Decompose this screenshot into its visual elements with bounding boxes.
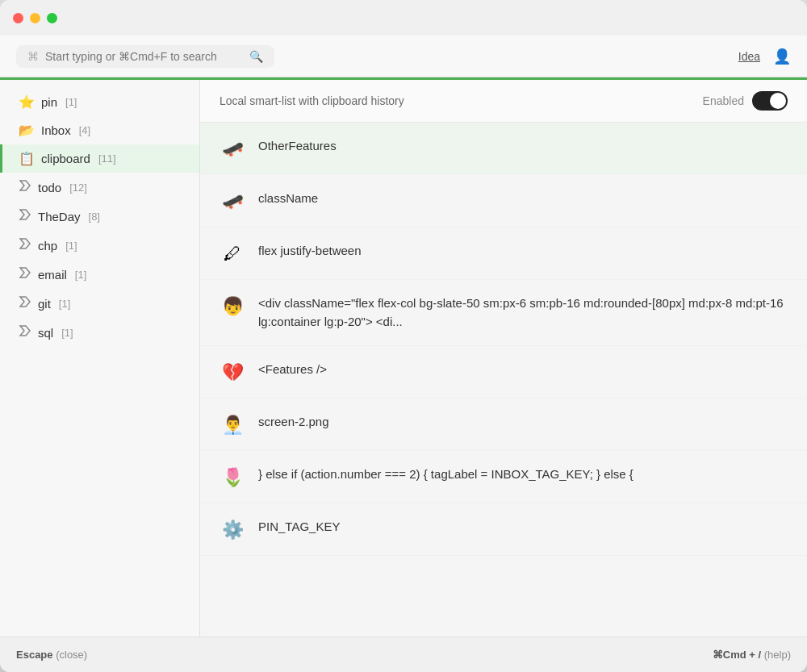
footer-right: ⌘Cmd + / (help) [713,649,791,661]
content-description: Local smart-list with clipboard history [220,94,404,107]
clipboard-icon: 📋 [19,151,35,166]
close-button[interactable] [13,13,23,23]
pin-count: [1] [65,96,77,108]
item-emoji-2: 🖊 [220,244,245,265]
theday-label: TheDay [38,210,81,223]
item-emoji-4: 💔 [220,362,245,383]
pin-label: pin [41,95,57,109]
item-emoji-0: 🛹 [220,139,245,160]
close-desc: (close) [56,649,87,661]
clipboard-count: [11] [98,152,116,165]
pin-icon: ⭐ [19,94,35,110]
inbox-label: Inbox [41,123,71,137]
sql-icon [19,324,31,340]
item-text-3: <div className="flex flex-col bg-slate-5… [258,294,788,331]
sql-count: [1] [61,327,73,339]
chp-count: [1] [65,240,77,252]
inbox-count: [4] [79,124,90,136]
item-emoji-6: 🌷 [220,467,245,488]
search-icon: ⌘ [27,50,39,63]
content: Local smart-list with clipboard history … [200,80,807,637]
help-key: ⌘Cmd + / [713,649,761,661]
item-text-4: <Features /> [258,361,788,379]
item-emoji-7: ⚙️ [220,520,245,541]
git-count: [1] [59,298,70,310]
git-icon [19,295,31,311]
item-text-6: } else if (action.number === 2) { tagLab… [258,465,788,484]
search-area[interactable]: ⌘ 🔍 [16,45,274,68]
search-magnifier-icon: 🔍 [249,50,263,63]
traffic-lights [13,13,57,23]
clipboard-label: clipboard [41,152,90,165]
item-text-2: flex justify-between [258,242,788,261]
list-item[interactable]: 👨‍💼screen-2.png [200,399,807,451]
list-item[interactable]: 👦<div className="flex flex-col bg-slate-… [200,280,807,346]
email-icon [19,266,31,282]
theday-count: [8] [89,211,100,223]
item-emoji-3: 👦 [220,296,245,317]
item-text-1: className [258,190,788,208]
list-item[interactable]: 🛹className [200,175,807,227]
toggle-area: Enabled [703,91,788,111]
sidebar-item-theday[interactable]: TheDay [8] [0,202,199,231]
sidebar-item-email[interactable]: email [1] [0,260,199,289]
toggle-label: Enabled [703,94,744,107]
sidebar: ⭐pin [1]📂Inbox [4]📋clipboard [11]todo [1… [0,80,200,637]
chp-icon [19,237,31,253]
item-list: 🛹OtherFeatures🛹className🖊flex justify-be… [200,123,807,637]
sidebar-item-chp[interactable]: chp [1] [0,231,199,260]
item-text-0: OtherFeatures [258,137,788,156]
item-text-5: screen-2.png [258,413,788,432]
titlebar [0,0,807,35]
help-desc: (help) [764,649,791,661]
item-emoji-5: 👨‍💼 [220,415,245,436]
enabled-toggle[interactable] [752,91,788,111]
list-item[interactable]: 🛹OtherFeatures [200,123,807,175]
sidebar-item-inbox[interactable]: 📂Inbox [4] [0,116,199,144]
sidebar-item-sql[interactable]: sql [1] [0,318,199,347]
searchbar: ⌘ 🔍 Idea 👤 [0,35,807,77]
idea-link[interactable]: Idea [738,50,760,63]
content-header: Local smart-list with clipboard history … [200,80,807,123]
search-input[interactable] [45,50,243,63]
git-label: git [38,297,51,311]
email-label: email [38,268,67,282]
sidebar-item-clipboard[interactable]: 📋clipboard [11] [0,144,199,173]
minimize-button[interactable] [30,13,40,23]
sidebar-item-git[interactable]: git [1] [0,289,199,318]
sql-label: sql [38,326,53,340]
list-item[interactable]: 💔<Features /> [200,346,807,399]
item-emoji-1: 🛹 [220,191,245,212]
email-count: [1] [75,269,86,281]
list-item[interactable]: ⚙️PIN_TAG_KEY [200,503,807,556]
footer: Escape (close) ⌘Cmd + / (help) [0,637,807,672]
fullscreen-button[interactable] [47,13,57,23]
todo-label: todo [38,181,61,194]
escape-key: Escape [16,649,53,661]
list-item[interactable]: 🌷} else if (action.number === 2) { tagLa… [200,451,807,503]
item-text-7: PIN_TAG_KEY [258,518,788,536]
footer-left: Escape (close) [16,649,87,661]
theday-icon [19,208,31,224]
main-layout: ⭐pin [1]📂Inbox [4]📋clipboard [11]todo [1… [0,80,807,637]
inbox-icon: 📂 [19,123,35,138]
chp-label: chp [38,239,57,253]
user-icon[interactable]: 👤 [773,48,791,65]
header-right: Idea 👤 [738,48,791,65]
list-item[interactable]: 🖊flex justify-between [200,227,807,280]
sidebar-item-todo[interactable]: todo [12] [0,173,199,202]
sidebar-item-pin[interactable]: ⭐pin [1] [0,88,199,116]
todo-icon [19,179,31,195]
todo-count: [12] [69,182,87,194]
app-window: ⌘ 🔍 Idea 👤 ⭐pin [1]📂Inbox [4]📋clipboard … [0,0,807,672]
